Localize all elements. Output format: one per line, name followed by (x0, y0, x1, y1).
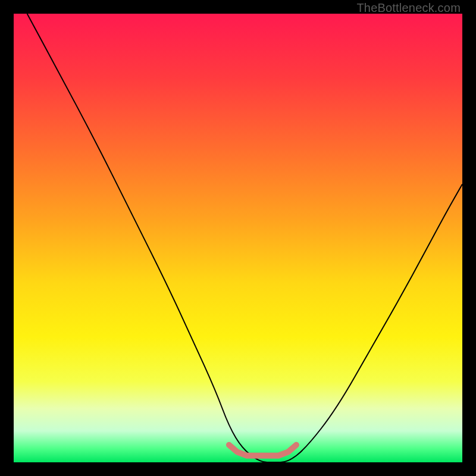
watermark-text: TheBottleneck.com (356, 1, 461, 15)
bottleneck-curve (27, 14, 462, 462)
chart-frame: TheBottleneck.com (0, 0, 476, 476)
curve-layer (14, 14, 462, 462)
plot-area (14, 14, 462, 462)
optimal-range-highlight (229, 445, 296, 456)
